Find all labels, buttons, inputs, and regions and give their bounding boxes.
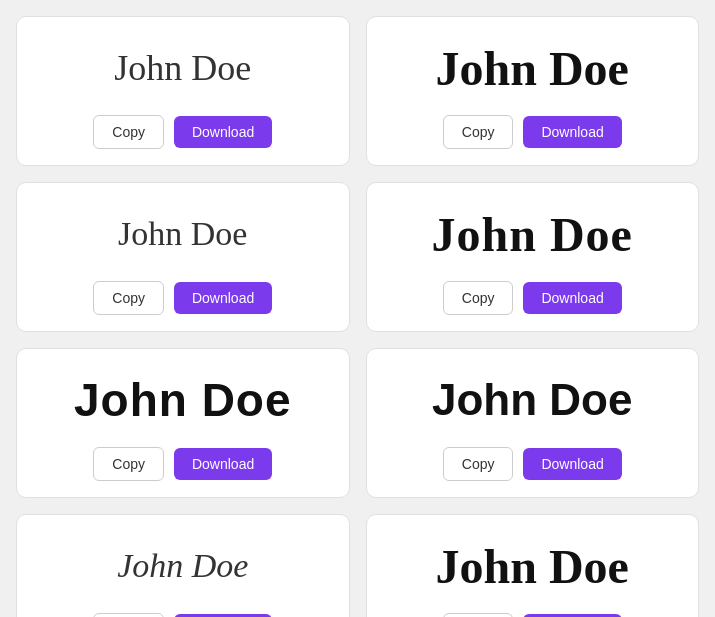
signature-text: John Doe	[118, 215, 247, 253]
signature-display: John Doe	[391, 535, 675, 597]
download-button[interactable]: Download	[523, 116, 621, 148]
signature-card-2: John DoeCopyDownload	[366, 16, 700, 166]
download-button[interactable]: Download	[174, 448, 272, 480]
copy-button[interactable]: Copy	[443, 115, 514, 149]
card-actions: CopyDownload	[443, 281, 622, 315]
download-button[interactable]: Download	[523, 448, 621, 480]
copy-button[interactable]: Copy	[93, 447, 164, 481]
signature-display: John Doe	[391, 37, 675, 99]
download-button[interactable]: Download	[174, 282, 272, 314]
copy-button[interactable]: Copy	[443, 281, 514, 315]
signature-grid: John DoeCopyDownloadJohn DoeCopyDownload…	[16, 16, 699, 617]
signature-text: John Doe	[436, 539, 629, 594]
signature-display: John Doe	[41, 37, 325, 99]
signature-display: John Doe	[41, 203, 325, 265]
card-actions: CopyDownload	[93, 115, 272, 149]
signature-card-3: John DoeCopyDownload	[16, 182, 350, 332]
copy-button[interactable]: Copy	[93, 613, 164, 617]
download-button[interactable]: Download	[523, 282, 621, 314]
download-button[interactable]: Download	[174, 116, 272, 148]
signature-display: John Doe	[391, 203, 675, 265]
signature-card-7: John DoeCopyDownload	[16, 514, 350, 617]
card-actions: CopyDownload	[443, 613, 622, 617]
signature-display: John Doe	[41, 369, 325, 431]
card-actions: CopyDownload	[443, 447, 622, 481]
signature-card-8: John DoeCopyDownload	[366, 514, 700, 617]
signature-display: John Doe	[41, 535, 325, 597]
copy-button[interactable]: Copy	[93, 115, 164, 149]
card-actions: CopyDownload	[93, 613, 272, 617]
signature-text: John Doe	[432, 375, 632, 425]
signature-display: John Doe	[391, 369, 675, 431]
signature-card-5: John DoeCopyDownload	[16, 348, 350, 498]
signature-card-4: John DoeCopyDownload	[366, 182, 700, 332]
signature-text: John Doe	[74, 373, 292, 427]
signature-text: John Doe	[436, 41, 629, 96]
copy-button[interactable]: Copy	[443, 613, 514, 617]
signature-card-1: John DoeCopyDownload	[16, 16, 350, 166]
signature-text: John Doe	[432, 207, 633, 262]
copy-button[interactable]: Copy	[443, 447, 514, 481]
card-actions: CopyDownload	[93, 281, 272, 315]
signature-text: John Doe	[114, 47, 251, 89]
card-actions: CopyDownload	[93, 447, 272, 481]
card-actions: CopyDownload	[443, 115, 622, 149]
signature-text: John Doe	[117, 547, 248, 585]
copy-button[interactable]: Copy	[93, 281, 164, 315]
signature-card-6: John DoeCopyDownload	[366, 348, 700, 498]
